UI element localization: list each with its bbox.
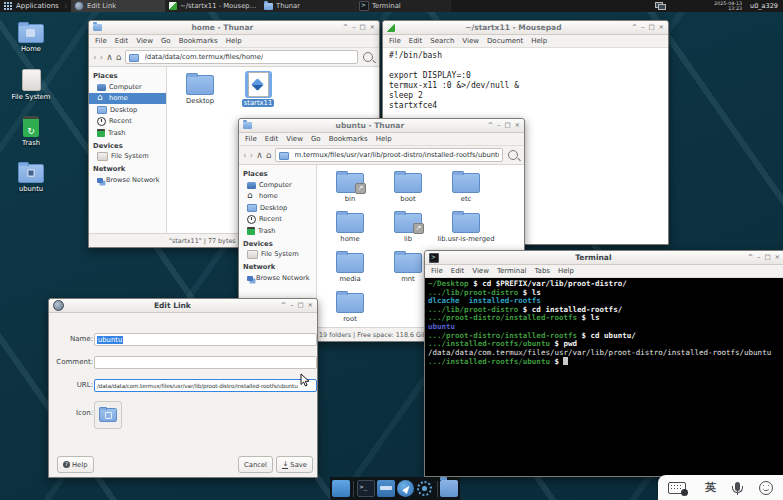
path-bar[interactable]: /data/data/com.termux/files/home/ [125, 50, 358, 64]
menu-terminal[interactable]: Terminal [497, 267, 527, 275]
desktop-icon-ubuntu[interactable]: ubuntu [4, 160, 58, 207]
titlebar-terminal[interactable]: Terminal ^–□× [425, 251, 783, 265]
terminal-output[interactable]: ~/Desktop $ cd $PREFIX/var/lib/proot-dis… [425, 278, 783, 476]
menu-view[interactable]: View [472, 267, 489, 275]
url-input[interactable]: /data/data/com.termux/files/usr/var/lib/… [94, 379, 317, 392]
desktop-icon-file-system[interactable]: File System [4, 67, 58, 114]
sidebar-item-recent[interactable]: Recent [89, 116, 166, 128]
keyboard-icon[interactable] [668, 482, 686, 494]
cancel-button[interactable]: Cancel [238, 456, 273, 473]
maximize-button[interactable]: □ [297, 299, 303, 312]
menu-bookmarks[interactable]: Bookmarks [329, 135, 368, 143]
icon-picker-button[interactable] [94, 401, 122, 429]
home-icon[interactable]: ⌂ [116, 49, 122, 65]
up-icon[interactable]: ∧ [256, 147, 263, 163]
close-button[interactable]: × [308, 299, 313, 312]
minimize-button[interactable]: – [352, 21, 355, 34]
minimize-button[interactable]: – [641, 21, 644, 34]
menu-tabs[interactable]: Tabs [535, 267, 551, 275]
menu-help[interactable]: Help [226, 37, 242, 45]
sidebar-item-browse-network[interactable]: Browse Network [239, 272, 316, 284]
file-lib-usr-is-merged[interactable]: lib.usr-is-merged [437, 209, 495, 249]
file-media[interactable]: media [321, 249, 379, 289]
sidebar-item-file-system[interactable]: File System [239, 249, 316, 261]
forward-icon[interactable]: › [100, 49, 104, 65]
microphone-icon[interactable] [735, 482, 740, 491]
maximize-button[interactable]: □ [648, 21, 654, 34]
forward-icon[interactable]: › [250, 147, 254, 163]
sidebar-item-desktop[interactable]: Desktop [239, 202, 316, 214]
applications-menu-button[interactable]: Applications [0, 0, 63, 12]
file-root[interactable]: root [321, 289, 379, 327]
menu-bookmarks[interactable]: Bookmarks [179, 37, 218, 45]
taskbar-button-startx11-mousepad[interactable]: ~/startx11 - Mousepad [166, 0, 261, 12]
file-startx11[interactable]: startx11 [229, 71, 287, 111]
file-bin[interactable]: ↗bin [321, 169, 379, 209]
minimize-button[interactable]: – [290, 299, 293, 312]
sidebar-item-browse-network[interactable]: Browse Network [89, 174, 166, 186]
home-icon[interactable]: ⌂ [266, 147, 272, 163]
close-button[interactable]: × [370, 21, 375, 34]
maximize-button[interactable]: □ [359, 21, 365, 34]
sidebar-item-recent[interactable]: Recent [239, 214, 316, 226]
sidebar-item-file-system[interactable]: File System [89, 151, 166, 163]
menu-edit[interactable]: Edit [451, 267, 465, 275]
rollup-button[interactable]: ^ [632, 21, 637, 34]
file-boot[interactable]: boot [379, 169, 437, 209]
panel-clock[interactable]: 2025-04-13 13:23 [714, 1, 742, 12]
dock-browser-icon[interactable] [397, 480, 414, 497]
dock-terminal-icon[interactable] [357, 480, 375, 497]
menu-document[interactable]: Document [487, 37, 523, 45]
dock-settings-icon[interactable] [416, 480, 434, 497]
maximize-button[interactable]: □ [504, 119, 510, 132]
emoji-icon[interactable] [759, 481, 773, 495]
sidebar-item-home[interactable]: home [239, 191, 316, 203]
name-input[interactable]: ubuntu [94, 333, 317, 346]
menu-help[interactable]: Help [531, 37, 547, 45]
sidebar-item-trash[interactable]: Trash [89, 127, 166, 139]
search-icon[interactable] [363, 52, 373, 62]
menu-edit[interactable]: Edit [115, 37, 129, 45]
search-icon[interactable] [508, 150, 518, 160]
titlebar-edit-link[interactable]: Edit Link ^–□× [49, 299, 317, 313]
menu-file[interactable]: File [431, 267, 443, 275]
menu-file[interactable]: File [245, 135, 257, 143]
menu-view[interactable]: View [462, 37, 479, 45]
menu-search[interactable]: Search [430, 37, 454, 45]
menu-go[interactable]: Go [161, 37, 171, 45]
path-bar[interactable]: m.termux/files/usr/var/lib/proot-distro/… [275, 148, 503, 162]
minimize-button[interactable]: – [497, 119, 500, 132]
rollup-button[interactable]: ^ [488, 119, 493, 132]
up-icon[interactable]: ∧ [106, 49, 113, 65]
menu-file[interactable]: File [389, 37, 401, 45]
close-button[interactable]: × [775, 251, 780, 264]
input-language-icon[interactable]: 英 [705, 480, 716, 495]
menu-help[interactable]: Help [558, 267, 574, 275]
file-lib[interactable]: ↗lib [379, 209, 437, 249]
dock-file-manager-icon[interactable] [377, 480, 395, 497]
taskbar-button-edit-link[interactable]: Edit Link [71, 0, 166, 12]
file-desktop[interactable]: Desktop [171, 71, 229, 111]
comment-input[interactable] [94, 356, 317, 369]
taskbar-button-thunar[interactable]: Thunar [261, 0, 356, 12]
desktop-icon-trash[interactable]: Trash [4, 113, 58, 160]
rollup-button[interactable]: ^ [343, 21, 348, 34]
taskbar-button-terminal[interactable]: Terminal [356, 0, 451, 12]
menu-edit[interactable]: Edit [265, 135, 279, 143]
menu-view[interactable]: View [136, 37, 153, 45]
dock-folder-icon[interactable] [440, 480, 458, 497]
rollup-button[interactable]: ^ [748, 251, 753, 264]
menu-file[interactable]: File [95, 37, 107, 45]
menu-help[interactable]: Help [376, 135, 392, 143]
maximize-button[interactable]: □ [764, 251, 770, 264]
sidebar-item-trash[interactable]: Trash [239, 225, 316, 237]
titlebar-thunar-ubuntu[interactable]: ubuntu - Thunar ^–□× [239, 119, 524, 133]
menu-go[interactable]: Go [311, 135, 321, 143]
titlebar-mousepad[interactable]: ~/startx11 - Mousepad ^–□× [383, 21, 668, 35]
menu-edit[interactable]: Edit [409, 37, 423, 45]
file-home[interactable]: home [321, 209, 379, 249]
close-button[interactable]: × [659, 21, 664, 34]
help-button[interactable]: ?Help [57, 456, 94, 473]
menu-view[interactable]: View [286, 135, 303, 143]
sidebar-item-desktop[interactable]: Desktop [89, 104, 166, 116]
